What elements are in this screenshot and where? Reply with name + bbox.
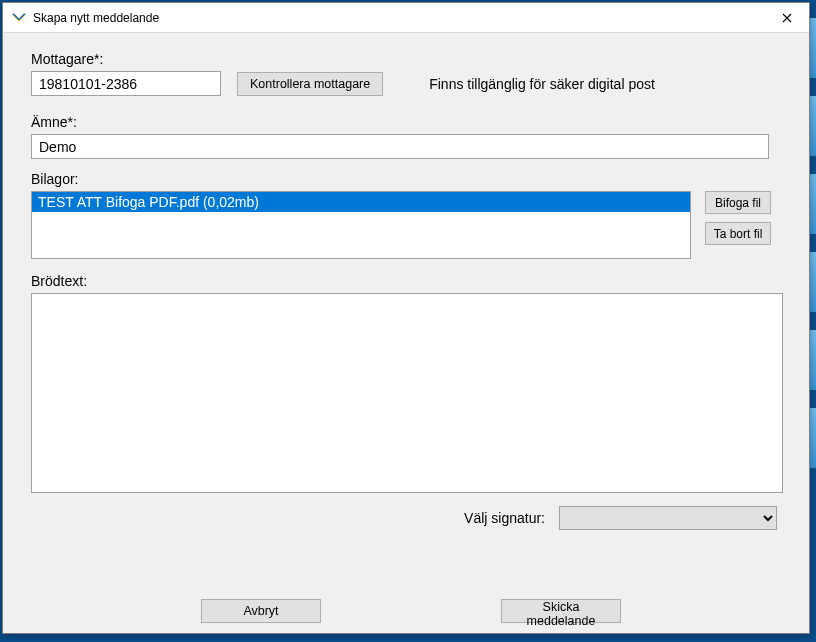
subject-section: Ämne*:	[31, 114, 781, 159]
close-button[interactable]	[764, 3, 809, 33]
attach-file-button[interactable]: Bifoga fil	[705, 191, 771, 214]
subject-input[interactable]	[31, 134, 769, 159]
compose-window: Skapa nytt meddelande Mottagare*: Kontro…	[2, 2, 810, 634]
attachment-item[interactable]: TEST ATT Bifoga PDF.pdf (0,02mb)	[32, 192, 690, 212]
subject-label: Ämne*:	[31, 114, 781, 130]
signature-label: Välj signatur:	[464, 510, 545, 526]
recipient-row: Kontrollera mottagare Finns tillgänglig …	[31, 71, 781, 96]
footer: Avbryt Skicka meddelande	[3, 595, 809, 633]
send-button[interactable]: Skicka meddelande	[501, 599, 621, 623]
recipient-input[interactable]	[31, 71, 221, 96]
attachments-label: Bilagor:	[31, 171, 781, 187]
close-icon	[782, 13, 792, 23]
attachment-buttons: Bifoga fil Ta bort fil	[705, 191, 771, 245]
cancel-button[interactable]: Avbryt	[201, 599, 321, 623]
signature-select[interactable]	[559, 506, 777, 530]
check-recipient-button[interactable]: Kontrollera mottagare	[237, 72, 383, 96]
signature-row: Välj signatur:	[31, 506, 781, 530]
window-title: Skapa nytt meddelande	[33, 11, 159, 25]
recipient-status: Finns tillgänglig för säker digital post	[429, 76, 655, 92]
remove-file-button[interactable]: Ta bort fil	[705, 222, 771, 245]
body-textarea[interactable]	[31, 293, 783, 493]
body-section: Brödtext:	[31, 273, 781, 496]
titlebar: Skapa nytt meddelande	[3, 3, 809, 33]
attachments-list[interactable]: TEST ATT Bifoga PDF.pdf (0,02mb)	[31, 191, 691, 259]
recipient-label: Mottagare*:	[31, 51, 781, 67]
app-icon	[11, 10, 27, 26]
body-label: Brödtext:	[31, 273, 781, 289]
content-area: Mottagare*: Kontrollera mottagare Finns …	[3, 33, 809, 595]
attachments-section: Bilagor: TEST ATT Bifoga PDF.pdf (0,02mb…	[31, 171, 781, 259]
